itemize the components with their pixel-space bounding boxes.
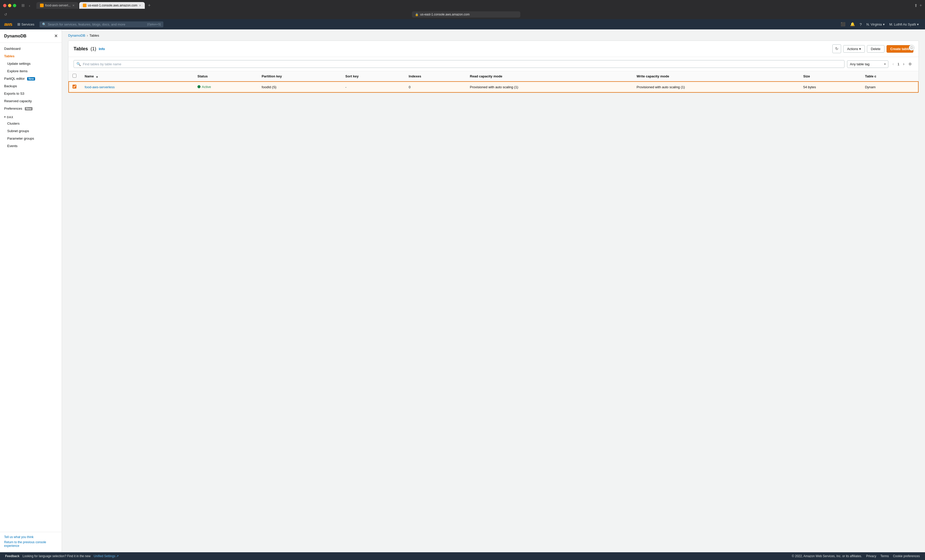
table-name-link[interactable]: food-aws-serverless — [85, 85, 114, 89]
sidebar-item-clusters[interactable]: Clusters — [0, 120, 62, 127]
browser-tab-1[interactable]: food-aws-serverl... ✕ — [36, 2, 78, 9]
region-label: N. Virginia — [866, 23, 882, 26]
sidebar-item-tables[interactable]: Tables — [0, 53, 62, 60]
sidebar-toggle-btn[interactable]: ⊞ — [20, 3, 26, 8]
sidebar-item-exports-to-s3[interactable]: Exports to S3 — [0, 90, 62, 97]
footer-cookie-link[interactable]: Cookie preferences — [893, 554, 920, 558]
col-header-size: Size — [799, 71, 861, 81]
grid-icon: ⊞ — [17, 22, 20, 26]
services-menu-btn[interactable]: ⊞ Services — [14, 19, 38, 29]
next-page-btn[interactable]: › — [901, 61, 906, 67]
table-settings-btn[interactable]: ⚙ — [907, 62, 913, 66]
refresh-page-btn[interactable]: ↺ — [3, 12, 8, 17]
footer-language-text: Looking for language selection? Find it … — [23, 554, 90, 558]
refresh-btn[interactable]: ↻ — [832, 44, 841, 53]
search-wrapper[interactable]: 🔍 — [74, 60, 845, 68]
row-select-checkbox[interactable] — [72, 85, 77, 89]
panel-actions: ↻ Actions ▾ Delete Create table — [832, 44, 913, 53]
sidebar-item-parameter-groups[interactable]: Parameter groups — [0, 135, 62, 142]
table-row[interactable]: food-aws-serverless Active foodId (S) — [68, 81, 919, 93]
sidebar-close-btn[interactable]: ✕ — [54, 33, 57, 38]
panel-title: Tables — [74, 46, 88, 52]
notifications-icon[interactable]: 🔔 — [848, 20, 857, 29]
sidebar-header: DynamoDB ✕ — [0, 29, 62, 43]
traffic-light-fullscreen[interactable] — [13, 4, 16, 7]
table-search-input[interactable] — [83, 62, 842, 66]
address-bar[interactable]: 🔒 us-east-1.console.aws.amazon.com — [412, 11, 520, 18]
tag-filter-wrapper[interactable]: Any table tag ▾ — [847, 60, 888, 68]
tab-close-1[interactable]: ✕ — [72, 4, 75, 7]
actions-btn[interactable]: Actions ▾ — [843, 45, 865, 53]
sidebar-item-partiql-editor[interactable]: PartiQL editor New — [0, 75, 62, 82]
traffic-lights — [3, 4, 16, 7]
page-number: 1 — [896, 62, 900, 66]
aws-logo[interactable]: aws — [4, 22, 12, 27]
breadcrumb-parent[interactable]: DynamoDB — [68, 33, 85, 38]
breadcrumb-separator: › — [87, 34, 88, 38]
sidebar-item-events[interactable]: Events — [0, 142, 62, 150]
footer-right: © 2022, Amazon Web Services, Inc. or its… — [792, 554, 920, 558]
search-icon: 🔍 — [42, 23, 46, 26]
tab-close-2[interactable]: ✕ — [139, 4, 141, 7]
feedback-link[interactable]: Feedback — [5, 554, 20, 558]
col-header-sort-key: Sort key — [341, 71, 405, 81]
table-head: Name ▲ Status Partition key — [68, 71, 919, 81]
unified-settings-label: Unified Settings — [94, 554, 115, 558]
row-table-class-cell: Dynam — [861, 81, 919, 93]
sidebar-item-reserved-capacity[interactable]: Reserved capacity — [0, 97, 62, 105]
col-name-label: Name — [85, 74, 94, 78]
sidebar-item-explore-items[interactable]: Explore items — [0, 67, 62, 75]
sidebar-item-backups[interactable]: Backups — [0, 82, 62, 90]
col-header-indexes: Indexes — [405, 71, 466, 81]
topnav-right: ⬛ 🔔 ? N. Virginia ▾ M. Luthfi As Syafii … — [839, 20, 921, 29]
col-partition-key-label: Partition key — [262, 74, 282, 78]
sidebar-return-link[interactable]: Return to the previous console experienc… — [4, 540, 57, 548]
dax-section-header[interactable]: ▾ DAX — [0, 112, 62, 120]
cloudshell-icon[interactable]: ⬛ — [839, 20, 848, 29]
select-all-checkbox[interactable] — [72, 74, 77, 78]
browser-tab-2[interactable]: us-east-1.console.aws.amazon.com ✕ — [79, 2, 145, 9]
partiql-label: PartiQL editor — [4, 77, 25, 81]
global-search-bar[interactable]: 🔍 [Option+S] — [39, 21, 163, 27]
footer-privacy-link[interactable]: Privacy — [866, 554, 876, 558]
aws-logo-text: aws — [4, 22, 12, 27]
footer-terms-link[interactable]: Terms — [880, 554, 889, 558]
sidebar-item-subnet-groups[interactable]: Subnet groups — [0, 127, 62, 135]
delete-label: Delete — [871, 47, 881, 51]
col-header-table-class: Table c — [861, 71, 919, 81]
delete-btn[interactable]: Delete — [867, 45, 884, 53]
back-btn[interactable]: ‹ — [28, 3, 31, 8]
user-menu-btn[interactable]: M. Luthfi As Syafii ▾ — [887, 21, 921, 27]
col-header-name[interactable]: Name ▲ — [80, 71, 193, 81]
add-bookmark-icon[interactable]: + — [920, 3, 922, 8]
region-btn[interactable]: N. Virginia ▾ — [864, 21, 887, 27]
info-circle-btn[interactable]: ⓘ — [909, 45, 914, 51]
sidebar: DynamoDB ✕ Dashboard Tables Update setti… — [0, 29, 62, 552]
traffic-light-close[interactable] — [3, 4, 6, 7]
panel-header: Tables (1) Info ↻ Actions ▾ Delete — [68, 41, 919, 57]
preferences-label: Preferences — [4, 107, 22, 110]
tag-filter-select[interactable]: Any table tag — [847, 60, 888, 68]
global-search-input[interactable] — [48, 23, 146, 26]
unified-settings-link[interactable]: Unified Settings ↗ — [94, 554, 119, 558]
row-name-cell: food-aws-serverless — [80, 81, 193, 93]
main-content: DynamoDB › Tables ⓘ Tables (1) Info ↻ — [62, 29, 925, 552]
actions-label: Actions — [847, 47, 858, 51]
aws-footer: Feedback Looking for language selection?… — [0, 552, 925, 560]
sidebar-footer: Tell us what you think Return to the pre… — [0, 532, 62, 552]
sidebar-item-dashboard[interactable]: Dashboard — [0, 45, 62, 53]
sidebar-item-preferences[interactable]: Preferences New — [0, 105, 62, 112]
help-icon[interactable]: ? — [858, 20, 864, 29]
tables-panel: ⓘ Tables (1) Info ↻ Actions ▾ — [68, 41, 919, 93]
traffic-light-minimize[interactable] — [8, 4, 11, 7]
sidebar-tell-us-link[interactable]: Tell us what you think — [4, 535, 57, 539]
col-header-write-capacity: Write capacity mode — [632, 71, 799, 81]
browser-address-bar: ↺ 🔒 us-east-1.console.aws.amazon.com — [3, 11, 922, 19]
prev-page-btn[interactable]: ‹ — [891, 61, 895, 67]
info-link[interactable]: Info — [99, 47, 105, 51]
tab-bar: food-aws-serverl... ✕ us-east-1.console.… — [36, 2, 912, 9]
col-indexes-label: Indexes — [409, 74, 421, 78]
new-tab-btn[interactable]: + — [147, 2, 152, 9]
sidebar-item-update-settings[interactable]: Update settings — [0, 60, 62, 67]
share-icon[interactable]: ⬆ — [914, 3, 917, 8]
